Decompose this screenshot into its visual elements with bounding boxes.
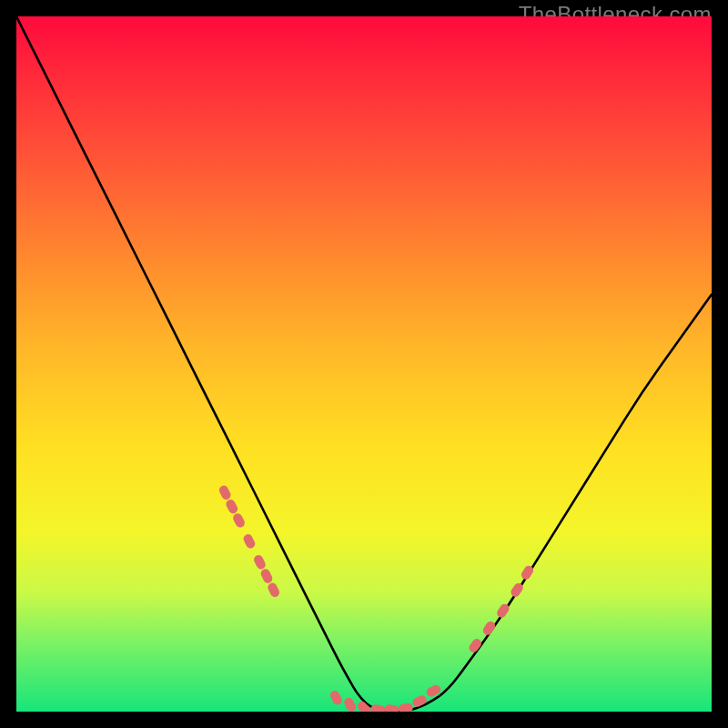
curve-marker [384, 703, 399, 712]
curve-marker [252, 553, 267, 571]
curve-marker [342, 696, 357, 712]
curve-marker [231, 512, 246, 530]
curve-marker [267, 581, 281, 599]
plot-area [16, 16, 712, 712]
curve-overlay [16, 16, 712, 712]
curve-marker [242, 532, 257, 550]
curve-markers [217, 484, 535, 712]
bottleneck-curve [16, 16, 712, 712]
stage: TheBottleneck.com [0, 0, 728, 728]
curve-marker [370, 703, 386, 712]
curve-marker [398, 703, 413, 712]
curve-marker [217, 484, 232, 501]
curve-marker [329, 689, 343, 706]
curve-marker [225, 498, 239, 515]
curve-marker [481, 620, 497, 637]
curve-marker [259, 568, 274, 585]
curve-marker [467, 637, 482, 654]
